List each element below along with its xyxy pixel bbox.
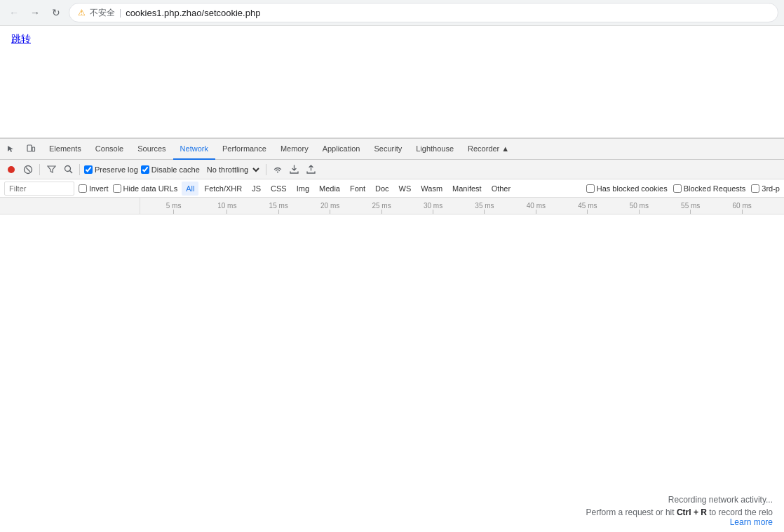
back-button[interactable]: ← [6, 4, 22, 21]
tick-35-ms: 35 ms [475, 202, 494, 214]
warning-icon: ⚠ [78, 8, 86, 18]
blocked-requests-checkbox[interactable] [673, 184, 682, 193]
third-party-label[interactable]: 3rd-p [751, 184, 780, 193]
empty-state: Recording network activity... Perform a … [575, 489, 784, 532]
tab-memory[interactable]: Memory [273, 139, 316, 160]
preserve-log-checkbox[interactable] [84, 165, 93, 174]
svg-rect-1 [32, 147, 35, 151]
disable-cache-label[interactable]: Disable cache [141, 165, 200, 174]
filter-type-buttons: All Fetch/XHR JS CSS Img Media Font Doc … [182, 182, 515, 196]
filter-type-all[interactable]: All [182, 182, 198, 196]
learn-more-link[interactable]: Learn more [730, 517, 773, 527]
blocked-requests-label[interactable]: Blocked Requests [673, 184, 746, 193]
tick-55-ms: 55 ms [681, 202, 700, 214]
has-blocked-cookies-checkbox[interactable] [586, 184, 595, 193]
tab-network[interactable]: Network [173, 139, 215, 160]
reload-button[interactable]: ↻ [48, 4, 65, 21]
tick-30-ms: 30 ms [424, 202, 442, 214]
shortcut-text: Ctrl + R [677, 507, 707, 517]
filter-type-manifest[interactable]: Manifest [448, 182, 486, 196]
toolbar-sep-1 [39, 164, 40, 175]
filter-type-js[interactable]: JS [248, 182, 265, 196]
svg-point-2 [8, 166, 15, 173]
page-link[interactable]: 跳转 [11, 33, 31, 44]
preserve-log-label[interactable]: Preserve log [84, 165, 138, 174]
recording-text: Recording network activity... [586, 495, 773, 505]
tick-20-ms: 20 ms [320, 202, 339, 214]
filter-type-wasm[interactable]: Wasm [417, 182, 447, 196]
url-separator: | [119, 8, 121, 18]
hide-data-urls-label[interactable]: Hide data URLs [113, 184, 178, 193]
network-content: Recording network activity... Perform a … [0, 214, 784, 532]
insecure-label: 不安全 [90, 7, 115, 19]
tab-performance[interactable]: Performance [215, 139, 273, 160]
record-button[interactable] [4, 163, 18, 177]
filter-type-media[interactable]: Media [315, 182, 344, 196]
url-text: cookies1.php.zhao/setcookie.php [126, 8, 260, 18]
tab-elements[interactable]: Elements [42, 139, 88, 160]
tab-application[interactable]: Application [316, 139, 367, 160]
filter-type-css[interactable]: CSS [266, 182, 291, 196]
svg-line-6 [69, 171, 72, 174]
filter-type-doc[interactable]: Doc [371, 182, 393, 196]
disable-cache-checkbox[interactable] [141, 165, 149, 174]
export-har-button[interactable] [304, 163, 318, 177]
tab-security[interactable]: Security [367, 139, 409, 160]
tick-10-ms: 10 ms [217, 202, 236, 214]
devtools-tab-bar: Elements Console Sources Network Perform… [0, 139, 784, 160]
tab-console[interactable]: Console [88, 139, 130, 160]
svg-line-4 [26, 168, 30, 172]
throttle-select[interactable]: No throttling [203, 165, 262, 175]
toolbar-sep-2 [79, 164, 80, 175]
filter-input[interactable] [4, 182, 74, 196]
has-blocked-cookies-label[interactable]: Has blocked cookies [586, 184, 668, 193]
filter-extra-buttons: Has blocked cookies Blocked Requests 3rd… [586, 184, 780, 193]
devtools-panel: Elements Console Sources Network Perform… [0, 138, 784, 532]
filter-type-fetch-xhr[interactable]: Fetch/XHR [200, 182, 246, 196]
tick-60-ms: 60 ms [733, 202, 752, 214]
hide-data-urls-checkbox[interactable] [113, 184, 121, 193]
timeline-ticks: 5 ms10 ms15 ms20 ms25 ms30 ms35 ms40 ms4… [140, 198, 784, 214]
invert-checkbox[interactable] [79, 184, 87, 193]
tick-45-ms: 45 ms [578, 202, 597, 214]
import-har-button[interactable] [288, 163, 302, 177]
filter-type-img[interactable]: Img [292, 182, 313, 196]
filter-type-font[interactable]: Font [346, 182, 370, 196]
throttle-dropdown[interactable]: No throttling [203, 165, 262, 175]
timeline-label-area [0, 198, 140, 214]
devtools-pointer-btn[interactable] [3, 141, 20, 158]
search-button[interactable] [61, 163, 75, 177]
browser-toolbar: ← → ↻ ⚠ 不安全 | cookies1.php.zhao/setcooki… [0, 0, 784, 25]
toolbar-sep-3 [266, 164, 266, 175]
address-bar[interactable]: ⚠ 不安全 | cookies1.php.zhao/setcookie.php [69, 3, 778, 22]
tab-lighthouse[interactable]: Lighthouse [409, 139, 461, 160]
forward-button[interactable]: → [27, 4, 43, 21]
network-toolbar: Preserve log Disable cache No throttling [0, 160, 784, 179]
tab-recorder[interactable]: Recorder ▲ [461, 139, 516, 160]
perform-text: Perform a request or hit Ctrl + R to rec… [586, 507, 773, 517]
devtools-device-btn[interactable] [22, 141, 39, 158]
svg-point-5 [65, 166, 70, 172]
filter-row: Invert Hide data URLs All Fetch/XHR JS C… [0, 179, 784, 198]
filter-type-other[interactable]: Other [487, 182, 515, 196]
tab-sources[interactable]: Sources [130, 139, 173, 160]
tick-50-ms: 50 ms [630, 202, 649, 214]
tick-25-ms: 25 ms [372, 202, 391, 214]
tick-15-ms: 15 ms [269, 202, 288, 214]
clear-button[interactable] [21, 163, 35, 177]
filter-button[interactable] [44, 163, 58, 177]
wifi-icon-btn[interactable] [271, 163, 285, 177]
filter-type-ws[interactable]: WS [395, 182, 416, 196]
page-content: 跳转 [0, 26, 784, 138]
browser-chrome: ← → ↻ ⚠ 不安全 | cookies1.php.zhao/setcooki… [0, 0, 784, 26]
invert-checkbox-label[interactable]: Invert [79, 184, 109, 193]
third-party-checkbox[interactable] [751, 184, 759, 193]
timeline-ruler: 5 ms10 ms15 ms20 ms25 ms30 ms35 ms40 ms4… [0, 198, 784, 214]
tick-5-ms: 5 ms [166, 202, 182, 214]
tick-40-ms: 40 ms [527, 202, 546, 214]
svg-rect-0 [27, 145, 32, 151]
